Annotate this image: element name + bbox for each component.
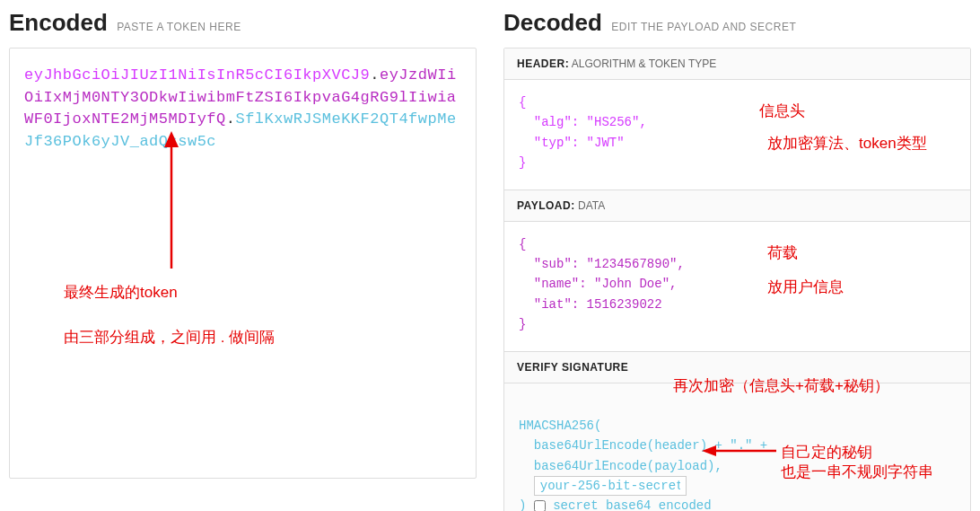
header-section-label: HEADER: ALGORITHM & TOKEN TYPE	[504, 48, 970, 80]
encoded-token-area[interactable]: eyJhbGciOiJIUzI1NiIsInR5cCI6IkpXVCJ9.eyJ…	[9, 48, 477, 479]
encoded-subtitle: PASTE A TOKEN HERE	[117, 21, 241, 33]
encoded-heading: Encoded PASTE A TOKEN HERE	[9, 9, 477, 37]
annotation-encoded-1: 最终生成的token	[64, 282, 178, 303]
header-json[interactable]: { "alg": "HS256", "typ": "JWT" }	[504, 80, 970, 189]
header-section: HEADER: ALGORITHM & TOKEN TYPE { "alg": …	[504, 48, 970, 189]
secret-input[interactable]	[534, 476, 687, 496]
token-header-part: eyJhbGciOiJIUzI1NiIsInR5cCI6IkpXVCJ9	[24, 66, 370, 84]
payload-section: PAYLOAD: DATA { "sub": "1234567890", "na…	[504, 189, 970, 351]
annotation-encoded-2: 由三部分组成，之间用 . 做间隔	[64, 327, 275, 348]
payload-json[interactable]: { "sub": "1234567890", "name": "John Doe…	[504, 222, 970, 351]
decoded-heading: Decoded EDIT THE PAYLOAD AND SECRET	[503, 9, 971, 37]
decoded-subtitle: EDIT THE PAYLOAD AND SECRET	[611, 21, 796, 33]
base64-checkbox[interactable]	[534, 500, 546, 511]
verify-body: HMACSHA256( base64UrlEncode(header) + ".…	[504, 383, 970, 511]
decoded-panel: HEADER: ALGORITHM & TOKEN TYPE { "alg": …	[503, 48, 971, 511]
base64-checkbox-label: secret base64 encoded	[553, 498, 711, 511]
encoded-title: Encoded	[9, 9, 108, 36]
payload-section-label: PAYLOAD: DATA	[504, 190, 970, 222]
decoded-title: Decoded	[503, 9, 602, 36]
verify-section: VERIFY SIGNATURE HMACSHA256( base64UrlEn…	[504, 351, 970, 511]
encoded-token-text: eyJhbGciOiJIUzI1NiIsInR5cCI6IkpXVCJ9.eyJ…	[24, 65, 461, 154]
verify-section-label: VERIFY SIGNATURE	[504, 352, 970, 383]
